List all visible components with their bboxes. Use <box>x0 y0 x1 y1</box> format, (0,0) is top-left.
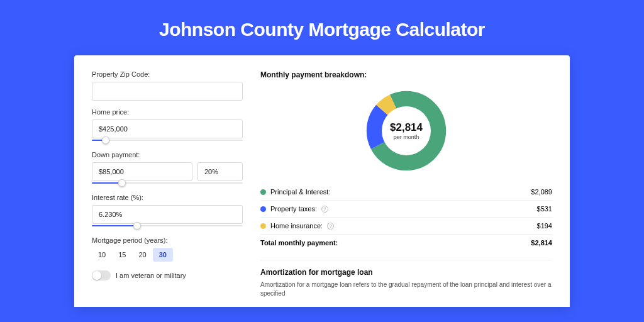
home-price-input[interactable] <box>92 119 243 138</box>
amort-title: Amortization for mortgage loan <box>260 268 552 277</box>
home-price-field: Home price: <box>92 108 243 143</box>
home-price-slider[interactable] <box>92 137 243 143</box>
down-payment-slider[interactable] <box>92 180 243 186</box>
donut-total: $2,814 <box>390 121 423 134</box>
info-icon[interactable]: ? <box>327 223 334 230</box>
slider-thumb[interactable] <box>133 222 141 230</box>
interest-input[interactable] <box>92 205 243 224</box>
legend-value: $194 <box>537 222 552 230</box>
legend-row: Principal & Interest:$2,089 <box>260 184 552 201</box>
calculator-card: Property Zip Code: Home price: Down paym… <box>74 55 570 307</box>
legend-label: Principal & Interest: <box>270 188 330 196</box>
period-option-10[interactable]: 10 <box>92 248 112 262</box>
total-row: Total monthly payment: $2,814 <box>260 235 552 251</box>
home-price-label: Home price: <box>92 108 243 116</box>
total-value: $2,814 <box>531 239 552 247</box>
donut-sub: per month <box>394 134 419 140</box>
slider-thumb[interactable] <box>118 179 126 187</box>
total-label: Total monthly payment: <box>260 239 338 247</box>
zip-label: Property Zip Code: <box>92 70 243 78</box>
legend-dot <box>260 206 266 212</box>
page-title: Johnson County Mortgage Calculator <box>0 0 644 55</box>
legend-value: $531 <box>537 205 552 213</box>
interest-slider[interactable] <box>92 223 243 229</box>
amort-body: Amortization for a mortgage loan refers … <box>260 280 552 298</box>
period-option-15[interactable]: 15 <box>112 248 132 262</box>
period-options: 10152030 <box>92 248 243 262</box>
legend-label: Home insurance: <box>270 222 323 230</box>
donut-chart: $2,814 per month <box>260 87 552 175</box>
breakdown-panel: Monthly payment breakdown: $2,814 per mo… <box>260 70 552 307</box>
veteran-row: I am veteran or military <box>92 270 243 280</box>
breakdown-title: Monthly payment breakdown: <box>260 70 552 79</box>
period-label: Mortgage period (years): <box>92 236 243 244</box>
zip-field: Property Zip Code: <box>92 70 243 101</box>
legend-dot <box>260 223 266 229</box>
down-payment-field: Down payment: <box>92 151 243 186</box>
interest-label: Interest rate (%): <box>92 194 243 201</box>
period-option-20[interactable]: 20 <box>133 248 153 262</box>
legend-value: $2,089 <box>531 188 552 196</box>
form-panel: Property Zip Code: Home price: Down paym… <box>92 70 243 307</box>
down-payment-input[interactable] <box>92 162 192 181</box>
down-payment-pct-input[interactable] <box>197 162 243 181</box>
amortization-section: Amortization for mortgage loan Amortizat… <box>260 260 552 298</box>
period-field: Mortgage period (years): 10152030 <box>92 236 243 262</box>
zip-input[interactable] <box>92 82 243 101</box>
veteran-label: I am veteran or military <box>116 272 186 279</box>
legend-label: Property taxes: <box>270 205 317 213</box>
legend-row: Home insurance:?$194 <box>260 218 552 235</box>
info-icon[interactable]: ? <box>321 206 328 213</box>
interest-field: Interest rate (%): <box>92 194 243 229</box>
down-payment-label: Down payment: <box>92 151 243 158</box>
veteran-toggle[interactable] <box>92 270 111 280</box>
legend-dot <box>260 189 266 195</box>
period-option-30[interactable]: 30 <box>153 248 173 262</box>
legend-row: Property taxes:?$531 <box>260 201 552 218</box>
slider-thumb[interactable] <box>102 136 109 144</box>
